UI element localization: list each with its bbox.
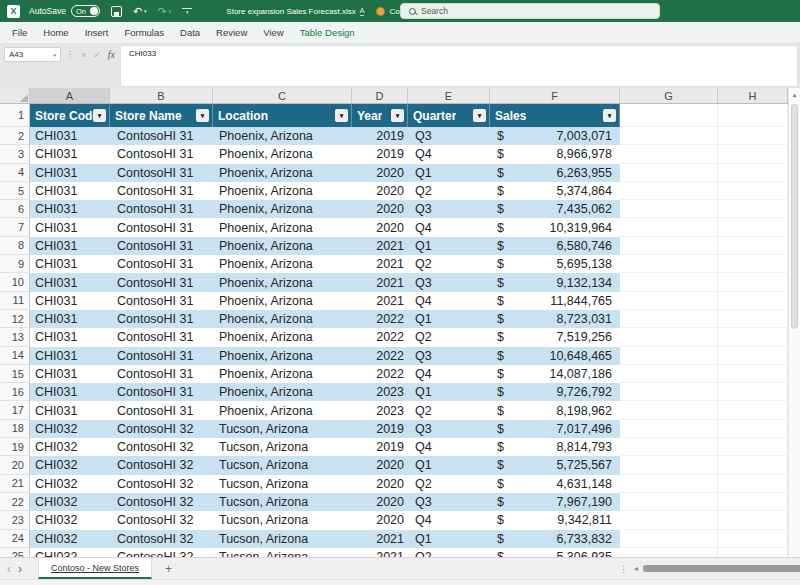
empty-cell-g[interactable] xyxy=(620,237,718,255)
cell-store-name[interactable]: ContosoHI 31 xyxy=(110,347,213,365)
cell-sales[interactable]: $ 4,631,148 xyxy=(490,475,620,493)
cell-location[interactable]: Phoenix, Arizona xyxy=(213,200,352,218)
cell-store-name[interactable]: ContosoHI 32 xyxy=(110,475,213,493)
empty-cell-g[interactable] xyxy=(620,255,718,273)
cell-store-name[interactable]: ContosoHI 31 xyxy=(110,164,213,182)
column-header-b[interactable]: B xyxy=(110,88,213,103)
empty-cell-g[interactable] xyxy=(620,456,718,474)
search-input[interactable]: Search xyxy=(400,3,660,19)
cell-year[interactable]: 2020 xyxy=(352,493,408,511)
cell-store-code[interactable]: CHI032 xyxy=(30,456,110,474)
cell-store-name[interactable]: ContosoHI 31 xyxy=(110,145,213,163)
empty-cell-h[interactable] xyxy=(718,127,788,145)
cell-store-code[interactable]: CHI032 xyxy=(30,548,110,557)
horizontal-scrollbar-thumb[interactable] xyxy=(643,565,800,572)
cell-quarter[interactable]: Q4 xyxy=(408,218,490,236)
ribbon-tab-table-design[interactable]: Table Design xyxy=(292,22,363,43)
row-number[interactable]: 3 xyxy=(0,145,30,163)
cell-store-name[interactable]: ContosoHI 31 xyxy=(110,237,213,255)
cell-store-name[interactable]: ContosoHI 31 xyxy=(110,365,213,383)
cell-quarter[interactable]: Q3 xyxy=(408,493,490,511)
save-button[interactable] xyxy=(111,6,122,17)
row-number[interactable]: 24 xyxy=(0,530,30,548)
row-number[interactable]: 19 xyxy=(0,438,30,456)
row-number[interactable]: 10 xyxy=(0,273,30,291)
empty-cell[interactable] xyxy=(718,104,788,127)
empty-cell-g[interactable] xyxy=(620,401,718,419)
row-number[interactable]: 5 xyxy=(0,182,30,200)
cell-quarter[interactable]: Q2 xyxy=(408,475,490,493)
ribbon-tab-review[interactable]: Review xyxy=(208,22,255,43)
sheet-nav-left-icon[interactable]: ‹ xyxy=(7,563,11,575)
cell-sales[interactable]: $ 14,087,186 xyxy=(490,365,620,383)
cell-store-code[interactable]: CHI032 xyxy=(30,511,110,529)
vertical-scrollbar[interactable]: ▴ xyxy=(788,88,800,557)
cell-store-name[interactable]: ContosoHI 31 xyxy=(110,328,213,346)
cell-year[interactable]: 2021 xyxy=(352,237,408,255)
cell-store-name[interactable]: ContosoHI 32 xyxy=(110,456,213,474)
cell-year[interactable]: 2021 xyxy=(352,273,408,291)
cell-store-code[interactable]: CHI031 xyxy=(30,365,110,383)
empty-cell-h[interactable] xyxy=(718,145,788,163)
empty-cell-h[interactable] xyxy=(718,456,788,474)
cell-location[interactable]: Tucson, Arizona xyxy=(213,530,352,548)
cell-store-code[interactable]: CHI031 xyxy=(30,218,110,236)
ribbon-tab-file[interactable]: File xyxy=(4,22,35,43)
cell-year[interactable]: 2019 xyxy=(352,145,408,163)
empty-cell-h[interactable] xyxy=(718,347,788,365)
sheet-nav-right-icon[interactable]: › xyxy=(18,563,22,575)
cell-store-code[interactable]: CHI031 xyxy=(30,127,110,145)
empty-cell-g[interactable] xyxy=(620,530,718,548)
cell-store-name[interactable]: ContosoHI 31 xyxy=(110,127,213,145)
table-header-cell[interactable]: Store Code ▾ xyxy=(30,104,110,127)
column-header-g[interactable]: G xyxy=(620,88,718,103)
cell-quarter[interactable]: Q4 xyxy=(408,365,490,383)
cell-sales[interactable]: $ 5,695,138 xyxy=(490,255,620,273)
cell-sales[interactable]: $ 11,844,765 xyxy=(490,292,620,310)
cell-year[interactable]: 2019 xyxy=(352,127,408,145)
cell-year[interactable]: 2022 xyxy=(352,347,408,365)
empty-cell-g[interactable] xyxy=(620,475,718,493)
cell-year[interactable]: 2020 xyxy=(352,218,408,236)
empty-cell-h[interactable] xyxy=(718,273,788,291)
cell-year[interactable]: 2020 xyxy=(352,456,408,474)
cell-year[interactable]: 2020 xyxy=(352,511,408,529)
cell-sales[interactable]: $ 9,132,134 xyxy=(490,273,620,291)
cell-store-code[interactable]: CHI032 xyxy=(30,530,110,548)
cell-year[interactable]: 2023 xyxy=(352,401,408,419)
redo-button[interactable]: ↷▾ xyxy=(158,6,172,17)
empty-cell-g[interactable] xyxy=(620,347,718,365)
empty-cell[interactable] xyxy=(620,104,718,127)
empty-cell-h[interactable] xyxy=(718,218,788,236)
cell-sales[interactable]: $ 6,580,746 xyxy=(490,237,620,255)
cell-quarter[interactable]: Q2 xyxy=(408,401,490,419)
row-number[interactable]: 1 xyxy=(0,104,30,127)
empty-cell-g[interactable] xyxy=(620,420,718,438)
cell-store-name[interactable]: ContosoHI 32 xyxy=(110,530,213,548)
cell-location[interactable]: Phoenix, Arizona xyxy=(213,383,352,401)
tab-scroll-divider-icon[interactable]: ⋮ xyxy=(619,564,628,574)
ribbon-tab-formulas[interactable]: Formulas xyxy=(116,22,172,43)
filter-dropdown-icon[interactable]: ▾ xyxy=(391,109,404,122)
row-number[interactable]: 22 xyxy=(0,493,30,511)
cell-store-name[interactable]: ContosoHI 31 xyxy=(110,273,213,291)
cell-location[interactable]: Phoenix, Arizona xyxy=(213,273,352,291)
undo-dropdown-icon[interactable]: ▾ xyxy=(144,9,147,14)
cell-location[interactable]: Phoenix, Arizona xyxy=(213,292,352,310)
cell-sales[interactable]: $ 5,306,935 xyxy=(490,548,620,557)
row-number[interactable]: 11 xyxy=(0,292,30,310)
cell-quarter[interactable]: Q3 xyxy=(408,420,490,438)
cell-store-code[interactable]: CHI031 xyxy=(30,310,110,328)
undo-button[interactable]: ↶▾ xyxy=(133,6,147,17)
cell-store-code[interactable]: CHI031 xyxy=(30,237,110,255)
cell-store-name[interactable]: ContosoHI 32 xyxy=(110,493,213,511)
cell-sales[interactable]: $ 8,723,031 xyxy=(490,310,620,328)
filter-dropdown-icon[interactable]: ▾ xyxy=(473,109,486,122)
cell-store-name[interactable]: ContosoHI 31 xyxy=(110,182,213,200)
cell-year[interactable]: 2020 xyxy=(352,164,408,182)
cell-location[interactable]: Phoenix, Arizona xyxy=(213,401,352,419)
cell-store-name[interactable]: ContosoHI 31 xyxy=(110,292,213,310)
cell-sales[interactable]: $ 8,966,978 xyxy=(490,145,620,163)
empty-cell-g[interactable] xyxy=(620,273,718,291)
row-number[interactable]: 20 xyxy=(0,456,30,474)
